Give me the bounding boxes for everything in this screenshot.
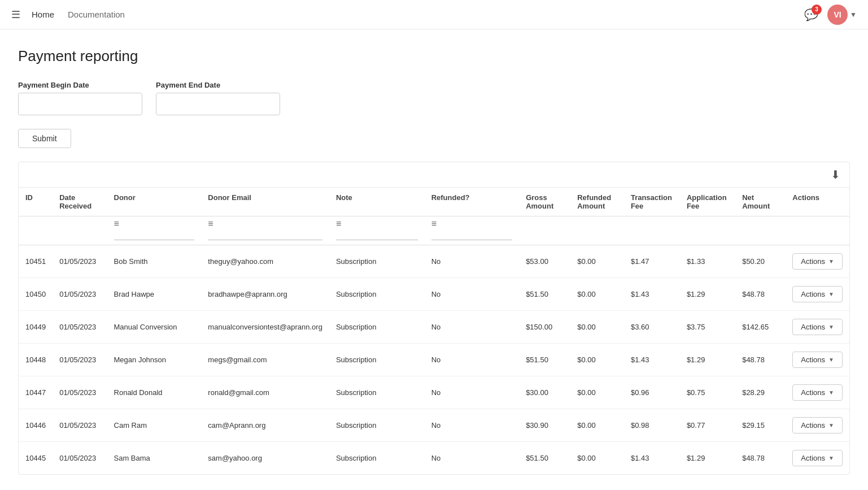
actions-chevron-icon: ▼ bbox=[828, 357, 834, 363]
col-refunded-amt: Refunded Amount bbox=[570, 188, 624, 216]
cell-email: manualconversiontest@aprann.org bbox=[201, 311, 329, 344]
cell-gross: $150.00 bbox=[519, 311, 570, 344]
cell-gross: $51.50 bbox=[519, 278, 570, 311]
actions-button[interactable]: Actions ▼ bbox=[792, 286, 843, 302]
navbar: ☰ Home Documentation 💬 3 VI ▼ bbox=[0, 0, 868, 29]
actions-chevron-icon: ▼ bbox=[828, 422, 834, 428]
cell-id: 10450 bbox=[19, 278, 53, 311]
cell-email: sam@yahoo.org bbox=[201, 442, 329, 475]
begin-date-input[interactable] bbox=[18, 93, 142, 115]
cell-gross: $30.90 bbox=[519, 409, 570, 442]
actions-chevron-icon: ▼ bbox=[828, 258, 834, 264]
filter-note-input[interactable] bbox=[336, 229, 418, 240]
filter-date bbox=[53, 216, 107, 245]
filter-note: ≡ bbox=[329, 216, 425, 245]
filter-gross bbox=[519, 216, 570, 245]
filter-actions bbox=[786, 216, 849, 245]
cell-note: Subscription bbox=[329, 245, 425, 278]
cell-refunded: No bbox=[425, 344, 520, 376]
cell-refunded: No bbox=[425, 376, 520, 409]
col-application-fee: Application Fee bbox=[680, 188, 735, 216]
page-title: Payment reporting bbox=[18, 47, 850, 65]
filter-email: ≡ bbox=[201, 216, 329, 245]
cell-donor: Ronald Donald bbox=[107, 376, 202, 409]
table-row: 10449 01/05/2023 Manual Conversion manua… bbox=[19, 311, 849, 344]
cell-date: 01/05/2023 bbox=[53, 278, 107, 311]
cell-transaction-fee: $1.43 bbox=[624, 278, 680, 311]
hamburger-icon[interactable]: ☰ bbox=[11, 8, 20, 21]
filter-donor-icon[interactable]: ≡ bbox=[114, 219, 119, 228]
actions-button[interactable]: Actions ▼ bbox=[792, 319, 843, 335]
cell-gross: $30.00 bbox=[519, 376, 570, 409]
nav-home-link[interactable]: Home bbox=[32, 10, 54, 19]
download-icon[interactable]: ⬇ bbox=[831, 168, 840, 181]
cell-email: theguy@yahoo.com bbox=[201, 245, 329, 278]
notification-bell[interactable]: 💬 3 bbox=[804, 8, 818, 21]
cell-actions: Actions ▼ bbox=[786, 278, 849, 311]
filter-row: ≡ ≡ ≡ ≡ bbox=[19, 216, 849, 245]
cell-email: ronald@gmail.com bbox=[201, 376, 329, 409]
actions-label: Actions bbox=[801, 290, 825, 298]
cell-date: 01/05/2023 bbox=[53, 409, 107, 442]
cell-donor: Brad Hawpe bbox=[107, 278, 202, 311]
filter-net bbox=[735, 216, 786, 245]
cell-net: $29.15 bbox=[735, 409, 786, 442]
cell-email: bradhawpe@aprann.org bbox=[201, 278, 329, 311]
cell-refunded-amt: $0.00 bbox=[570, 409, 624, 442]
filter-application-fee bbox=[680, 216, 735, 245]
actions-label: Actions bbox=[801, 454, 825, 462]
cell-gross: $51.50 bbox=[519, 344, 570, 376]
cell-note: Subscription bbox=[329, 344, 425, 376]
actions-button[interactable]: Actions ▼ bbox=[792, 384, 843, 401]
col-date: Date Received bbox=[53, 188, 107, 216]
filter-donor-input[interactable] bbox=[114, 229, 195, 240]
cell-application-fee: $1.33 bbox=[680, 245, 735, 278]
cell-transaction-fee: $3.60 bbox=[624, 311, 680, 344]
filter-email-input[interactable] bbox=[208, 229, 322, 240]
cell-refunded-amt: $0.00 bbox=[570, 344, 624, 376]
cell-refunded-amt: $0.00 bbox=[570, 245, 624, 278]
table-header-row: ID Date Received Donor Donor Email Note … bbox=[19, 188, 849, 216]
nav-documentation-link[interactable]: Documentation bbox=[68, 10, 125, 19]
cell-refunded-amt: $0.00 bbox=[570, 442, 624, 475]
main-content: Payment reporting Payment Begin Date Pay… bbox=[0, 29, 868, 490]
filter-refunded-input[interactable] bbox=[431, 229, 513, 240]
cell-refunded-amt: $0.00 bbox=[570, 376, 624, 409]
actions-button[interactable]: Actions ▼ bbox=[792, 450, 843, 466]
submit-button[interactable]: Submit bbox=[18, 129, 71, 148]
actions-button[interactable]: Actions ▼ bbox=[792, 352, 843, 368]
cell-donor: Sam Bama bbox=[107, 442, 202, 475]
cell-net: $48.78 bbox=[735, 442, 786, 475]
filter-note-icon[interactable]: ≡ bbox=[336, 219, 341, 228]
table-row: 10451 01/05/2023 Bob Smith theguy@yahoo.… bbox=[19, 245, 849, 278]
cell-transaction-fee: $0.96 bbox=[624, 376, 680, 409]
filter-refunded-icon[interactable]: ≡ bbox=[431, 219, 437, 228]
cell-application-fee: $0.77 bbox=[680, 409, 735, 442]
cell-actions: Actions ▼ bbox=[786, 409, 849, 442]
cell-id: 10451 bbox=[19, 245, 53, 278]
avatar[interactable]: VI bbox=[827, 5, 848, 25]
cell-note: Subscription bbox=[329, 278, 425, 311]
cell-note: Subscription bbox=[329, 311, 425, 344]
cell-date: 01/05/2023 bbox=[53, 376, 107, 409]
cell-refunded: No bbox=[425, 311, 520, 344]
actions-button[interactable]: Actions ▼ bbox=[792, 417, 843, 433]
col-refunded: Refunded? bbox=[425, 188, 520, 216]
actions-chevron-icon: ▼ bbox=[828, 324, 834, 330]
cell-note: Subscription bbox=[329, 376, 425, 409]
cell-date: 01/05/2023 bbox=[53, 245, 107, 278]
filter-email-icon[interactable]: ≡ bbox=[208, 219, 213, 228]
date-form-row: Payment Begin Date Payment End Date bbox=[18, 81, 850, 115]
end-date-label: Payment End Date bbox=[156, 81, 280, 89]
cell-transaction-fee: $1.43 bbox=[624, 442, 680, 475]
avatar-chevron-icon[interactable]: ▼ bbox=[850, 11, 857, 19]
actions-chevron-icon: ▼ bbox=[828, 455, 834, 461]
cell-email: cam@Aprann.org bbox=[201, 409, 329, 442]
actions-button[interactable]: Actions ▼ bbox=[792, 253, 843, 270]
actions-label: Actions bbox=[801, 388, 825, 397]
filter-donor: ≡ bbox=[107, 216, 202, 245]
filter-id bbox=[19, 216, 53, 245]
end-date-input[interactable] bbox=[156, 93, 280, 115]
cell-actions: Actions ▼ bbox=[786, 245, 849, 278]
begin-date-group: Payment Begin Date bbox=[18, 81, 142, 115]
